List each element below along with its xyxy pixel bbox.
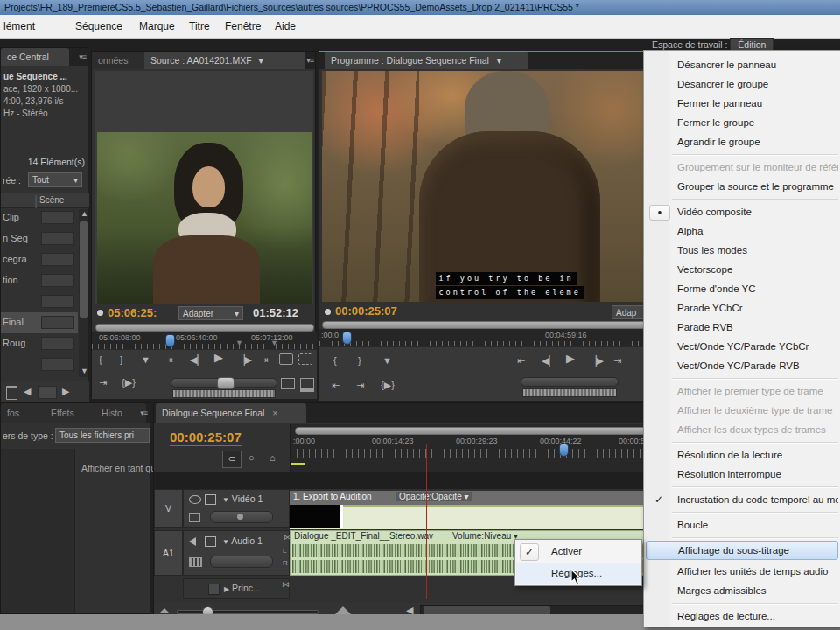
- shuttle-slider[interactable]: [521, 377, 619, 387]
- filter-dropdown[interactable]: Tout ▾: [28, 172, 82, 187]
- menu-item-vectorscope[interactable]: Vectorscope: [646, 260, 838, 279]
- menu-item-rgb-parade[interactable]: Parade RVB: [646, 318, 838, 337]
- set-in-icon[interactable]: {: [99, 354, 102, 366]
- audio-track-target[interactable]: A1: [154, 530, 183, 576]
- panel-menu-icon[interactable]: ▾≡: [140, 409, 147, 417]
- step-forward-icon[interactable]: ▕▶: [589, 354, 604, 367]
- audio-meter-icon[interactable]: [189, 557, 202, 567]
- menu-item-alpha[interactable]: Alpha: [646, 221, 838, 241]
- master-track-name[interactable]: ▶ Princ...: [224, 583, 261, 593]
- scrub-strip[interactable]: [172, 389, 276, 398]
- tab-infos[interactable]: fos: [1, 403, 48, 423]
- menu-item-maximize-group[interactable]: Agrandir le groupe: [646, 132, 838, 151]
- menu-item-loop[interactable]: Boucle: [646, 515, 838, 535]
- keyframe-icon[interactable]: [189, 513, 200, 522]
- menu-item-all-scopes[interactable]: Tous les modes: [646, 241, 838, 260]
- list-item[interactable]: Roug: [3, 337, 25, 349]
- expand-icon[interactable]: ▼: [222, 538, 229, 546]
- program-zoom-scrollbar[interactable]: [322, 321, 648, 329]
- shuttle-thumb[interactable]: [217, 377, 234, 389]
- toggle-track-output-eye-icon[interactable]: [189, 495, 201, 504]
- menu-fenetre[interactable]: Fenêtre: [221, 15, 264, 38]
- scroll-up-icon[interactable]: ▲: [80, 209, 88, 218]
- menu-item-vect-yc-ycbcr[interactable]: Vect/Onde YC/Parade YCbCr: [646, 337, 838, 356]
- video-clip-effect-badge[interactable]: Opacité:Opacité ▾: [396, 492, 472, 501]
- audio-clip-effect-badge[interactable]: Volume:Niveau ▾: [452, 531, 518, 541]
- collapse-icon[interactable]: ▶: [224, 585, 229, 593]
- play-icon[interactable]: ▶: [566, 353, 575, 365]
- expand-icon[interactable]: ▼: [222, 496, 229, 504]
- source-playhead[interactable]: [165, 334, 175, 347]
- scroll-down-icon[interactable]: ▼: [80, 367, 88, 375]
- audio-track-name[interactable]: ▼ Audio 1: [222, 536, 262, 546]
- set-in-icon[interactable]: {: [333, 354, 337, 367]
- window-title-bar[interactable]: .Projects\FR_189_PremiereCS5.5_Sebastien…: [0, 0, 840, 15]
- menu-item-composite-video[interactable]: Vidéo composite: [646, 202, 838, 221]
- timeline-playhead[interactable]: [559, 444, 569, 457]
- step-back-icon[interactable]: ◀▏: [542, 354, 556, 367]
- snap-icon[interactable]: ⊂: [222, 451, 242, 468]
- menu-item-closed-captioning-display[interactable]: Affichage du sous-titrage: [646, 541, 838, 560]
- tab-historique[interactable]: Histo: [95, 403, 146, 423]
- list-scrollbar[interactable]: ▲ ▼: [79, 209, 88, 377]
- step-back-icon[interactable]: ◀▏: [190, 354, 205, 366]
- program-current-timecode[interactable]: 00:00:25:07: [335, 304, 397, 318]
- extract-icon[interactable]: ⇥: [356, 379, 364, 391]
- collapse-icon[interactable]: ⋈: [282, 580, 290, 589]
- program-video-frame[interactable]: if you try to be in control of the eleme: [322, 71, 646, 302]
- tab-metadata[interactable]: onnées: [92, 52, 146, 69]
- goto-in-icon[interactable]: ⇤: [169, 354, 177, 366]
- scroll-thumb[interactable]: [80, 221, 88, 318]
- filetype-dropdown[interactable]: Tous les fichiers pri: [55, 428, 150, 443]
- menu-aide[interactable]: Aide: [271, 15, 299, 38]
- menu-item-vect-yc-rgb[interactable]: Vect/Onde YC/Parade RVB: [646, 356, 838, 375]
- list-item[interactable]: tion: [3, 274, 18, 286]
- page-right-icon[interactable]: ▶: [62, 385, 69, 397]
- trash-icon[interactable]: [6, 386, 18, 400]
- list-item[interactable]: n Seq: [3, 232, 28, 244]
- menu-item-undock-panel[interactable]: Désancrer le panneau: [646, 55, 838, 74]
- timeline-current-timecode[interactable]: 00:00:25:07: [170, 430, 242, 446]
- loop-icon[interactable]: {▶}: [381, 379, 395, 391]
- marker-bulb-icon[interactable]: ○: [248, 452, 255, 464]
- menu-item-playback-resolution[interactable]: Résolution de la lecture: [646, 445, 838, 465]
- close-icon[interactable]: ×: [272, 408, 277, 418]
- source-fit-dropdown[interactable]: Adapter ▾: [178, 306, 243, 320]
- list-column-header[interactable]: | Scène: [1, 193, 89, 208]
- loop-icon[interactable]: {▶}: [122, 376, 136, 388]
- menu-item-playback-settings[interactable]: Réglages de lecture...: [646, 606, 838, 626]
- export-frame-icon[interactable]: [279, 354, 293, 365]
- program-ruler[interactable]: :00:0 00:04:59:16: [319, 329, 648, 346]
- zoom-out-icon[interactable]: [159, 608, 170, 613]
- track-height-pill[interactable]: [210, 556, 273, 568]
- menu-titre[interactable]: Titre: [186, 15, 214, 38]
- menu-item-safe-margins[interactable]: Marges admissibles: [646, 581, 838, 600]
- menu-item-close-panel[interactable]: Fermer le panneau: [646, 94, 838, 113]
- list-item-selected[interactable]: Final: [3, 316, 24, 328]
- goto-out-icon[interactable]: ⇥: [613, 354, 621, 367]
- tab-resource-central[interactable]: ce Central: [1, 48, 69, 66]
- panel-menu-icon[interactable]: ▾≡: [306, 56, 313, 65]
- video-track-target[interactable]: V: [154, 489, 183, 528]
- tab-effets[interactable]: Effets: [45, 403, 99, 423]
- scrub-strip[interactable]: [522, 388, 617, 397]
- add-marker-icon[interactable]: ▼: [382, 354, 392, 367]
- list-item[interactable]: Clip: [3, 211, 19, 223]
- source-zoom-scrollbar[interactable]: [95, 324, 314, 332]
- add-marker-icon[interactable]: ▼: [141, 354, 150, 366]
- goto-in-icon[interactable]: ⇤: [517, 354, 525, 367]
- source-video-frame[interactable]: [97, 132, 312, 304]
- menu-sequence[interactable]: Séquence: [72, 15, 126, 38]
- shuttle-slider[interactable]: [171, 378, 277, 388]
- workspace-dropdown[interactable]: Édition: [730, 38, 774, 51]
- menu-item-ycbcr-parade[interactable]: Parade YCbCr: [646, 298, 838, 318]
- tab-source[interactable]: Source : AA014201.MXF ▾: [144, 52, 305, 69]
- overwrite-clip-icon[interactable]: [300, 378, 314, 392]
- menu-item-yc-waveform[interactable]: Forme d'onde YC: [646, 279, 838, 298]
- program-playhead[interactable]: [342, 332, 352, 345]
- settings-icon[interactable]: [298, 354, 312, 365]
- source-ruler[interactable]: 05:06:08:00 05:06:40:00 05:07:12:00 ▼ ▼: [92, 332, 317, 349]
- menu-item-close-group[interactable]: Fermer le groupe: [646, 113, 838, 132]
- insert-clip-icon[interactable]: [281, 378, 295, 389]
- panel-menu-icon[interactable]: ▾≡: [79, 52, 86, 61]
